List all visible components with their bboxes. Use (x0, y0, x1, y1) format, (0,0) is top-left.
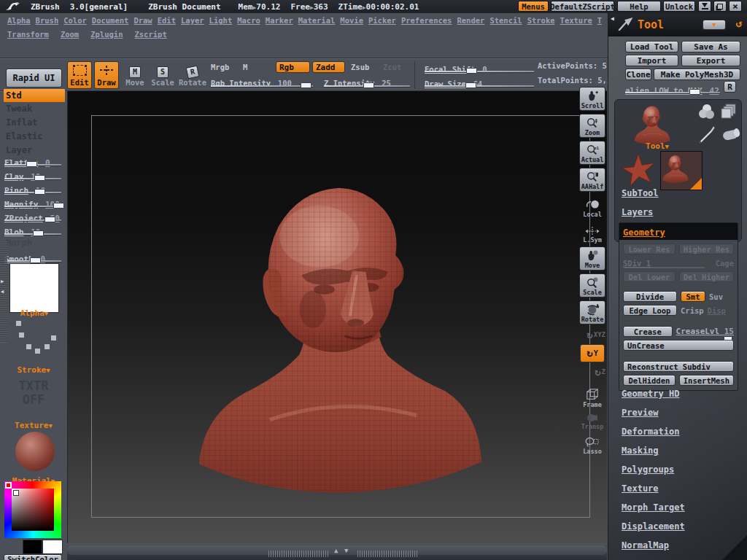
rapid-ui-button[interactable]: Rapid UI (6, 69, 62, 88)
tray-close-icon[interactable]: ◀ (1, 289, 4, 295)
slider-handle[interactable] (465, 82, 476, 88)
rotate-z-button[interactable]: ↻Z (579, 365, 605, 379)
m-toggle[interactable]: M (243, 63, 247, 71)
reconstruct-subdiv-button[interactable]: Reconstruct Subdiv (623, 361, 734, 372)
slider-handle[interactable] (44, 217, 55, 222)
cylinder-tool-icon[interactable] (721, 126, 741, 144)
slider-handle[interactable] (724, 336, 732, 341)
mrgb-toggle[interactable]: Mrgb (211, 63, 229, 71)
move-button[interactable]: M Move (122, 63, 148, 87)
stroke-selector[interactable]: Stroke▼ (4, 362, 63, 376)
section-polygroups[interactable]: Polygroups (622, 464, 674, 475)
uncrease-button[interactable]: UnCrease (623, 340, 734, 351)
menu-document[interactable]: Document (92, 16, 129, 25)
edit-button[interactable]: Edit (67, 61, 92, 89)
del-lower-button[interactable]: Del Lower (623, 271, 676, 282)
section-morph-target[interactable]: Morph Target (622, 502, 685, 513)
menu-preferences[interactable]: Preferences (401, 16, 452, 25)
slider-handle[interactable] (363, 82, 374, 88)
save-as-button[interactable]: Save As (681, 41, 740, 52)
secondary-color-swatch[interactable] (23, 540, 42, 554)
minimize-button[interactable] (698, 1, 711, 12)
aahalf-button[interactable]: AAHalf (579, 168, 605, 192)
section-masking[interactable]: Masking (622, 446, 659, 456)
crease-lvl-slider[interactable]: CreaseLvl 15 (676, 327, 734, 336)
menu-layer[interactable]: Layer (181, 16, 204, 25)
lower-res-button[interactable]: Lower Res (623, 244, 676, 254)
canvas-move-button[interactable]: Move (579, 246, 605, 271)
slider-handle[interactable] (26, 161, 37, 167)
z-intensity-slider[interactable]: Z Intensity 25 (324, 75, 391, 89)
menu-brush[interactable]: Brush (36, 16, 59, 25)
menu-macro[interactable]: Macro (237, 16, 260, 25)
rotate-xyz-button[interactable]: ↻XYZ (579, 327, 605, 342)
star-tool-thumbnail[interactable] (619, 152, 657, 187)
brush-inflat[interactable]: Inflat (6, 117, 37, 128)
help-button[interactable]: Help (617, 1, 661, 12)
brush-tweak[interactable]: Tweak (6, 104, 32, 114)
rgb-toggle[interactable]: Rgb (276, 61, 310, 73)
slider-handle[interactable] (33, 230, 44, 236)
flatten-slider[interactable]: Flatten 0 (4, 155, 50, 168)
zcut-toggle[interactable]: Zcut (383, 63, 401, 71)
spheres-tool-icon[interactable] (697, 103, 716, 122)
rotate-y-button[interactable]: ↻Y (580, 344, 605, 362)
menu-zoom[interactable]: Zoom (61, 30, 79, 39)
menu-material[interactable]: Material (298, 16, 336, 25)
cage-toggle[interactable]: Cage (716, 259, 734, 268)
export-button[interactable]: Export (681, 55, 740, 66)
tool-selector[interactable]: Tool▼ (619, 138, 695, 152)
menu-color[interactable]: Color (63, 16, 87, 25)
menu-texture[interactable]: Texture (560, 16, 592, 25)
switch-color-button[interactable]: SwitchColor (4, 554, 62, 560)
edge-loop-button[interactable]: Edge Loop (623, 305, 677, 316)
layer-cube-tool-icon[interactable] (720, 103, 739, 122)
draw-size-slider[interactable]: Draw Size 64 (425, 76, 482, 90)
section-subtool[interactable]: SubTool (622, 188, 659, 198)
insert-mesh-button[interactable]: InsertMesh (679, 375, 734, 386)
zproject-slider[interactable]: ZProject 50 (4, 210, 60, 224)
section-geometry-hd[interactable]: Geometry HD (622, 389, 679, 399)
alpha-selector[interactable]: Alpha▼ (10, 305, 58, 319)
panel-resize-corner[interactable] (722, 535, 747, 560)
focal-shift-slider[interactable]: Focal Shift 0 (425, 61, 487, 75)
texture-selector[interactable]: Texture▼ (4, 417, 63, 431)
section-layers[interactable]: Layers (622, 207, 653, 217)
menu-alpha[interactable]: Alpha (7, 16, 31, 25)
brush-layer[interactable]: Layer (6, 145, 32, 155)
disp-slider[interactable]: Disp (708, 306, 726, 315)
brush-std[interactable]: Std (4, 89, 65, 102)
zadd-toggle[interactable]: Zadd (312, 61, 345, 73)
transp-button[interactable]: Transp (579, 408, 605, 430)
zsub-toggle[interactable]: Zsub (351, 63, 369, 71)
crease-button[interactable]: Crease (623, 326, 673, 337)
rotate-button[interactable]: R Rotate (177, 63, 208, 87)
local-button[interactable]: Local (579, 195, 605, 218)
load-tool-button[interactable]: Load Tool (625, 41, 678, 52)
sdiv-slider[interactable]: SDiv 1 Cage (623, 257, 734, 268)
clay-slider[interactable]: Clay 10 (4, 168, 40, 182)
section-deformation[interactable]: Deformation (622, 427, 679, 437)
menu-tool[interactable]: Tool (597, 16, 602, 25)
menu-movie[interactable]: Movie (340, 16, 363, 25)
panel-menu-button[interactable]: ▼ (703, 20, 726, 30)
brush-morph[interactable]: Morph (6, 238, 32, 248)
section-preview[interactable]: Preview (622, 408, 659, 418)
draw-button[interactable]: Draw (94, 61, 119, 89)
lasso-button[interactable]: Lasso (579, 432, 605, 455)
selected-tool-thumbnail[interactable] (660, 151, 703, 190)
del-hidden-button[interactable]: DelHidden (623, 375, 676, 386)
menus-button[interactable]: Menus (518, 1, 549, 12)
menu-stencil[interactable]: Stencil (489, 16, 522, 25)
lsym-button[interactable]: L.Sym (579, 222, 605, 244)
tray-up-icon[interactable]: ▲ (334, 547, 338, 554)
smt-toggle[interactable]: Smt (681, 291, 705, 302)
zoom-button[interactable]: Zoom (579, 114, 605, 138)
default-zscript-button[interactable]: DefaultZScript (551, 1, 614, 12)
rgb-intensity-slider[interactable]: Rgb Intensity 100 (211, 75, 292, 89)
tray-open-icon[interactable]: ▶ (1, 279, 4, 284)
section-normalmap[interactable]: NormalMap (622, 540, 669, 551)
menu-render[interactable]: Render (457, 16, 484, 25)
section-texture[interactable]: Texture (622, 483, 659, 494)
make-polymesh3d-button[interactable]: Make PolyMesh3D (654, 69, 740, 80)
